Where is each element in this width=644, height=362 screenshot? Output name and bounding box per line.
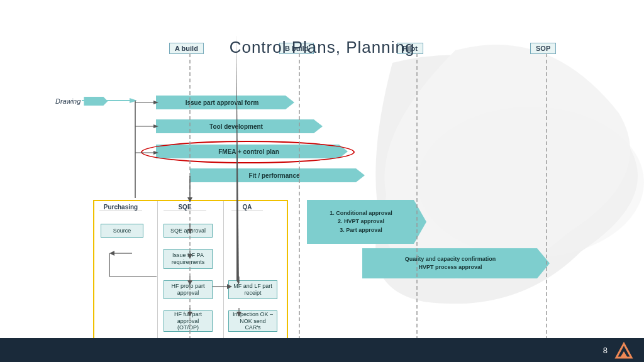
svg-marker-35 bbox=[620, 351, 628, 358]
sqe-approval-box: SQE approval bbox=[164, 224, 213, 238]
hf-proto-box: HF proto part approval bbox=[164, 280, 213, 299]
section-container: Purchasing SQE QA Source SQE approval Is… bbox=[93, 200, 288, 358]
sqe-header: SQE bbox=[164, 204, 206, 211]
source-box: Source bbox=[101, 224, 143, 238]
mf-lf-box: MF and LF part receipt bbox=[228, 280, 277, 299]
inspection-box: Inspection OK – NOK send CAR's bbox=[228, 310, 277, 332]
fmea-highlight bbox=[141, 141, 355, 163]
fit-perf-arrow: Fit / performance bbox=[190, 168, 365, 182]
qa-header: QA bbox=[231, 204, 263, 211]
footer-bar: 8 bbox=[0, 338, 644, 362]
issue-hf-box: Issue HF PA requirements bbox=[164, 249, 213, 269]
svg-marker-6 bbox=[130, 98, 137, 103]
hf-full-box: HF full part approval (OT/OP) bbox=[164, 310, 213, 332]
tool-dev-arrow: Tool development bbox=[156, 119, 323, 133]
footer-logo bbox=[614, 340, 634, 360]
page-number: 8 bbox=[603, 346, 608, 355]
quality-arrow: Quality and capacity confirmation HVPT p… bbox=[362, 248, 550, 278]
page-title: Control Plans, Planning bbox=[0, 38, 644, 57]
conditional-arrow: 1. Conditional approval 2. HVPT approval… bbox=[307, 200, 426, 244]
purchasing-header: Purchasing bbox=[99, 204, 142, 211]
diagram: Control Plans, Planning A build B build … bbox=[0, 31, 644, 339]
issue-part-arrow: Issue part approval form bbox=[156, 96, 294, 109]
drawing-label: Drawing bbox=[55, 97, 108, 106]
